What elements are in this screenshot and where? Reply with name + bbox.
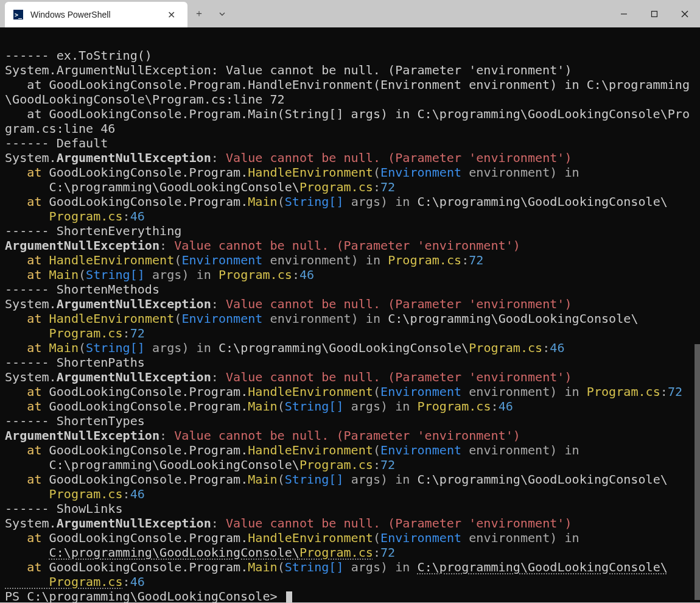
cursor bbox=[286, 591, 292, 603]
output-line: at GoodLookingConsole.Program.Main(Strin… bbox=[5, 560, 668, 589]
close-window-button[interactable] bbox=[670, 0, 700, 27]
powershell-icon: >_ bbox=[13, 10, 23, 19]
add-tab-button[interactable]: ＋ bbox=[187, 0, 211, 27]
output-line: ------ ex.ToString() bbox=[5, 48, 152, 63]
close-tab-icon[interactable]: ✕ bbox=[164, 7, 179, 23]
titlebar: >_ Windows PowerShell ✕ ＋ bbox=[0, 0, 700, 27]
section-header: ------ ShowLinks bbox=[5, 501, 123, 516]
output-line: at GoodLookingConsole.Program.HandleEnvi… bbox=[5, 77, 690, 107]
scrollbar[interactable] bbox=[695, 344, 700, 600]
output-line: System.ArgumentNullException: Value cann… bbox=[5, 370, 572, 384]
output-line: at GoodLookingConsole.Program.HandleEnvi… bbox=[5, 384, 682, 399]
section-header: ------ ShortenTypes bbox=[5, 414, 145, 428]
output-line: System.ArgumentNullException: Value cann… bbox=[5, 63, 572, 77]
output-line: System.ArgumentNullException: Value cann… bbox=[5, 297, 572, 311]
output-line: at GoodLookingConsole.Program.Main(Strin… bbox=[5, 194, 668, 224]
output-line: at Main(String[] args) in Program.cs:46 bbox=[5, 267, 314, 282]
minimize-button[interactable] bbox=[609, 0, 639, 27]
output-line: at GoodLookingConsole.Program.Main(Strin… bbox=[5, 399, 513, 414]
output-line: System.ArgumentNullException: Value cann… bbox=[5, 150, 572, 165]
maximize-button[interactable] bbox=[639, 0, 670, 27]
output-line: at GoodLookingConsole.Program.HandleEnvi… bbox=[5, 165, 587, 194]
section-header: ------ ShortenEverything bbox=[5, 224, 181, 238]
output-line: at GoodLookingConsole.Program.HandleEnvi… bbox=[5, 443, 587, 472]
output-line: at GoodLookingConsole.Program.Main(Strin… bbox=[5, 472, 668, 501]
output-line: ArgumentNullException: Value cannot be n… bbox=[5, 238, 520, 253]
section-header: ------ Default bbox=[5, 136, 108, 150]
section-header: ------ ShortenPaths bbox=[5, 355, 145, 370]
section-header: ------ ShortenMethods bbox=[5, 282, 159, 297]
output-line: ArgumentNullException: Value cannot be n… bbox=[5, 428, 520, 443]
svg-rect-1 bbox=[652, 11, 657, 16]
tab-dropdown-button[interactable] bbox=[211, 0, 234, 27]
output-line: at GoodLookingConsole.Program.HandleEnvi… bbox=[5, 531, 587, 560]
terminal-output[interactable]: ------ ex.ToString() System.ArgumentNull… bbox=[0, 27, 700, 602]
output-line: at GoodLookingConsole.Program.Main(Strin… bbox=[5, 107, 690, 136]
tab-title: Windows PowerShell bbox=[30, 10, 111, 19]
prompt: PS C:\programming\GoodLookingConsole> bbox=[5, 589, 292, 603]
output-line: System.ArgumentNullException: Value cann… bbox=[5, 516, 572, 531]
output-line: at HandleEnvironment(Environment environ… bbox=[5, 311, 639, 340]
output-line: at HandleEnvironment(Environment environ… bbox=[5, 253, 483, 267]
tab-powershell[interactable]: >_ Windows PowerShell ✕ bbox=[5, 2, 187, 27]
output-line: at Main(String[] args) in C:\programming… bbox=[5, 340, 565, 355]
